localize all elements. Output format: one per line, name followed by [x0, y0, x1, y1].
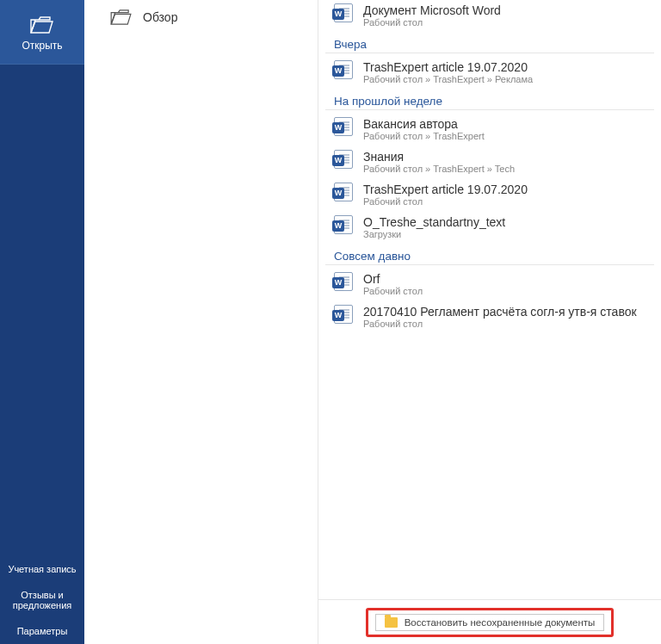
- word-document-icon: W: [334, 272, 353, 291]
- places-column: Обзор: [84, 0, 318, 644]
- sidebar-bottom-links: Учетная запись Отзывы и предложения Пара…: [0, 556, 84, 644]
- recent-document-title: TrashExpert article 19.07.2020: [363, 183, 528, 196]
- recent-document-title: 20170410 Регламент расчёта согл-я утв-я …: [363, 305, 637, 319]
- sidebar-item-open[interactable]: Открыть: [0, 0, 84, 65]
- recent-document-title: Orf: [363, 272, 423, 286]
- highlight-annotation: Восстановить несохраненные документы: [366, 608, 615, 637]
- recent-document-row[interactable]: W 20170410 Регламент расчёта согл-я утв-…: [325, 301, 654, 334]
- word-document-icon: W: [334, 3, 353, 22]
- recent-document-location: Рабочий стол » TrashExpert: [363, 131, 485, 141]
- recent-group-header: Вчера: [325, 33, 654, 53]
- word-document-icon: W: [334, 183, 353, 201]
- word-document-icon: W: [334, 117, 353, 136]
- word-document-icon: W: [334, 215, 353, 234]
- recent-document-row[interactable]: W O_Treshe_standartny_text Загрузки: [325, 212, 654, 245]
- recent-document-row[interactable]: W TrashExpert article 19.07.2020 Рабочий…: [325, 57, 654, 90]
- recent-document-location: Рабочий стол: [363, 286, 423, 296]
- sidebar-item-feedback[interactable]: Отзывы и предложения: [0, 582, 84, 618]
- word-document-icon: W: [334, 150, 353, 169]
- recent-document-title: Знания: [363, 150, 515, 164]
- folder-open-icon: [110, 9, 133, 26]
- recent-document-title: TrashExpert article 19.07.2020: [363, 60, 533, 74]
- recent-document-location: Рабочий стол: [363, 319, 637, 329]
- recent-document-title: Вакансия автора: [363, 117, 485, 131]
- recent-document-row[interactable]: W Orf Рабочий стол: [325, 269, 654, 301]
- recent-document-title: O_Treshe_standartny_text: [363, 215, 505, 229]
- recover-unsaved-button[interactable]: Восстановить несохраненные документы: [375, 614, 605, 631]
- recent-document-row[interactable]: W TrashExpert article 19.07.2020 Рабочий…: [325, 179, 654, 212]
- recover-button-label: Восстановить несохраненные документы: [405, 617, 596, 628]
- recent-document-title: Документ Microsoft Word: [363, 3, 501, 17]
- sidebar-item-label: Открыть: [5, 40, 79, 52]
- folder-icon: [385, 617, 398, 628]
- places-item-label: Обзор: [143, 10, 177, 24]
- recent-documents-panel: W Документ Microsoft Word Рабочий стол В…: [318, 0, 661, 644]
- places-item-overview[interactable]: Обзор: [84, 0, 318, 34]
- recent-document-row[interactable]: W Документ Microsoft Word Рабочий стол: [325, 0, 654, 33]
- recent-document-row[interactable]: W Знания Рабочий стол » TrashExpert » Te…: [325, 146, 654, 179]
- sidebar-item-account[interactable]: Учетная запись: [0, 556, 84, 582]
- recent-group-header: На прошлой неделе: [325, 90, 654, 110]
- recover-footer: Восстановить несохраненные документы: [318, 599, 661, 644]
- recent-document-location: Загрузки: [363, 229, 505, 239]
- word-document-icon: W: [334, 60, 353, 79]
- recent-document-location: Рабочий стол: [363, 196, 528, 207]
- recent-group-header: Совсем давно: [325, 245, 654, 265]
- recent-document-location: Рабочий стол: [363, 17, 501, 28]
- recent-document-row[interactable]: W Вакансия автора Рабочий стол » TrashEx…: [325, 114, 654, 146]
- recent-document-location: Рабочий стол » TrashExpert » Реклама: [363, 74, 533, 84]
- recent-document-location: Рабочий стол » TrashExpert » Tech: [363, 164, 515, 174]
- word-document-icon: W: [334, 305, 353, 324]
- sidebar-item-options[interactable]: Параметры: [0, 618, 84, 644]
- folder-open-icon: [30, 15, 54, 34]
- backstage-sidebar: Открыть Учетная запись Отзывы и предложе…: [0, 0, 84, 644]
